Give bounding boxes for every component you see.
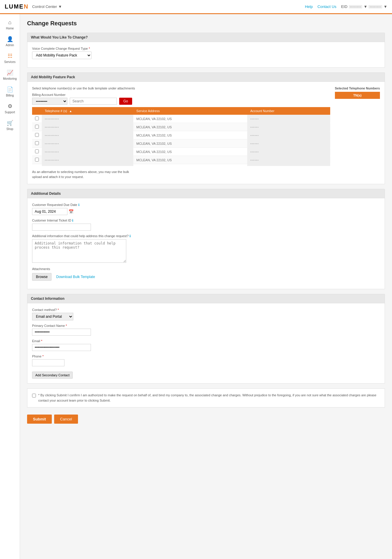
contact-method-group: Contact method? * Email and Portal Email…: [32, 308, 380, 320]
ticket-id-info-icon[interactable]: ℹ: [72, 219, 73, 222]
submit-button[interactable]: Submit: [27, 415, 52, 424]
admin-icon: 👤: [7, 36, 13, 42]
primary-name-group: Primary Contact Name *: [32, 324, 380, 336]
phone-input[interactable]: [32, 359, 64, 366]
telephone-table: Telephone # (s) ▲ Service Address Accoun…: [32, 107, 330, 166]
row-checkbox[interactable]: [35, 141, 39, 145]
voice-change-select[interactable]: Add Mobility Feature Pack Remove Mobilit…: [32, 51, 92, 59]
add-mobility-panel-header: Add Mobility Feature Pack: [27, 73, 385, 82]
sidebar-item-admin[interactable]: 👤 Admin: [0, 33, 20, 50]
address-cell: MCLEAN, VA 22102, US: [133, 115, 247, 123]
services-icon: ☷: [8, 53, 12, 59]
cancel-button[interactable]: Cancel: [54, 415, 78, 424]
eid-section: EID •••••••• ▼ •••••••• ▼: [341, 4, 387, 9]
sidebar-item-home[interactable]: ⌂ Home: [0, 16, 20, 33]
additional-info-textarea[interactable]: [32, 239, 126, 263]
sidebar-label-monitoring: Monitoring: [3, 77, 17, 80]
table-row: •••••••••• MCLEAN, VA 22102, US ••••••: [32, 115, 330, 123]
phone-cell: ••••••••••: [42, 131, 133, 139]
contact-info-panel: Contact Information Contact method? * Em…: [27, 294, 385, 384]
table-row: •••••••••• MCLEAN, VA 22102, US ••••••: [32, 139, 330, 148]
terms-checkbox[interactable]: [32, 394, 36, 397]
contact-method-label: Contact method? *: [32, 308, 380, 312]
select-phone-label: Select telephone number(s) or use the bu…: [32, 86, 330, 90]
ticket-id-input[interactable]: [32, 224, 91, 231]
nav-right: Help Contact Us EID •••••••• ▼ •••••••• …: [305, 4, 387, 9]
sidebar-item-billing[interactable]: 📄 Billing: [0, 83, 20, 100]
control-center-label[interactable]: Control Center ▼: [32, 4, 62, 9]
col-address: Service Address: [133, 107, 247, 115]
row-checkbox[interactable]: [35, 149, 39, 153]
due-date-info-icon[interactable]: ℹ: [78, 203, 79, 207]
eid-value: ••••••••: [349, 5, 363, 9]
selected-tn-header: Selected Telephone Numbers: [335, 86, 380, 90]
due-date-input[interactable]: [32, 208, 67, 215]
contact-info-body: Contact method? * Email and Portal Email…: [27, 303, 385, 383]
monitoring-icon: 📈: [7, 69, 13, 76]
address-cell: MCLEAN, VA 22102, US: [133, 123, 247, 131]
row-checkbox[interactable]: [35, 158, 39, 162]
go-button[interactable]: Go: [119, 98, 132, 105]
telephone-table-container[interactable]: Telephone # (s) ▲ Service Address Accoun…: [32, 107, 330, 166]
phone-cell: ••••••••••: [42, 164, 133, 166]
selected-tn-panel: Selected Telephone Numbers TN(s): [335, 86, 380, 111]
sidebar-item-monitoring[interactable]: 📈 Monitoring: [0, 66, 20, 83]
row-checkbox[interactable]: [35, 117, 39, 120]
address-cell: MCLEAN, VA 22102, US: [133, 164, 247, 166]
billing-account-label: Billing Account Number: [32, 93, 67, 97]
voice-change-type-group: Voice Complete Change Request Type * Add…: [32, 47, 380, 59]
phone-label: Phone *: [32, 355, 380, 358]
due-date-label: Customer Requested Due Date ℹ: [32, 203, 380, 207]
table-row: •••••••••• MCLEAN, VA 22102, US ••••••: [32, 148, 330, 156]
bottom-buttons: Submit Cancel: [27, 412, 385, 426]
search-input[interactable]: [70, 98, 117, 105]
support-icon: ⚙: [8, 103, 12, 109]
sidebar-item-shop[interactable]: 🛒 Shop: [0, 117, 20, 134]
attachments-label: Attachments: [32, 267, 380, 271]
eid-label: EID: [341, 4, 348, 9]
row-checkbox[interactable]: [35, 125, 39, 129]
what-change-panel: What Would You Like To Change? Voice Com…: [27, 33, 385, 68]
ticket-id-label: Customer Internal Ticket ID ℹ: [32, 219, 380, 222]
address-cell: MCLEAN, VA 22102, US: [133, 156, 247, 164]
bulk-note: As an alternative to selecting numbers a…: [32, 169, 380, 179]
phone-cell: ••••••••••: [42, 156, 133, 164]
col-phone[interactable]: Telephone # (s) ▲: [42, 107, 133, 115]
browse-button[interactable]: Browse: [32, 273, 52, 281]
add-secondary-contact-button[interactable]: Add Secondary Contact: [32, 372, 73, 379]
table-row: •••••••••• MCLEAN, VA 22102, US ••••••: [32, 156, 330, 164]
phone-cell: ••••••••••: [42, 115, 133, 123]
tn-col-header: TN(s): [335, 92, 380, 99]
phone-cell: ••••••••••: [42, 139, 133, 148]
sidebar-label-shop: Shop: [6, 127, 13, 131]
email-input[interactable]: [32, 344, 91, 351]
page-title: Change Requests: [27, 20, 385, 27]
what-change-panel-body: Voice Complete Change Request Type * Add…: [27, 42, 385, 67]
sidebar-item-support[interactable]: ⚙ Support: [0, 100, 20, 117]
email-label: Email *: [32, 339, 380, 343]
contact-method-select[interactable]: Email and Portal Email Phone: [32, 313, 73, 320]
selected-tn-table: TN(s): [335, 92, 380, 111]
additional-info-label: Additional information that could help a…: [32, 234, 380, 238]
row-checkbox[interactable]: [35, 133, 39, 137]
sort-arrow: ▲: [69, 109, 72, 113]
address-cell: MCLEAN, VA 22102, US: [133, 148, 247, 156]
nav-left: LUMEN Control Center ▼: [5, 3, 62, 10]
additional-info-group: Additional information that could help a…: [32, 234, 380, 264]
primary-name-label: Primary Contact Name *: [32, 324, 380, 327]
additional-info-icon[interactable]: ℹ: [129, 234, 131, 238]
billing-account-group: Billing Account Number ••••••••••: [32, 93, 67, 105]
top-navigation: LUMEN Control Center ▼ Help Contact Us E…: [0, 0, 392, 14]
billing-account-select[interactable]: ••••••••••: [32, 98, 67, 105]
primary-name-input[interactable]: [32, 329, 91, 336]
voice-change-label: Voice Complete Change Request Type *: [32, 47, 380, 50]
help-link[interactable]: Help: [305, 4, 313, 9]
download-bulk-template-link[interactable]: Download Bulk Template: [56, 275, 95, 279]
account-cell: ••••••: [247, 164, 330, 166]
contact-us-link[interactable]: Contact Us: [318, 4, 336, 9]
calendar-icon[interactable]: 📅: [69, 209, 74, 214]
tn-empty-row: [335, 99, 380, 111]
sidebar-item-services[interactable]: ☷ Services: [0, 50, 20, 66]
additional-details-header: Additional Details: [27, 189, 385, 198]
add-mobility-panel-body: Select telephone number(s) or use the bu…: [27, 82, 385, 184]
